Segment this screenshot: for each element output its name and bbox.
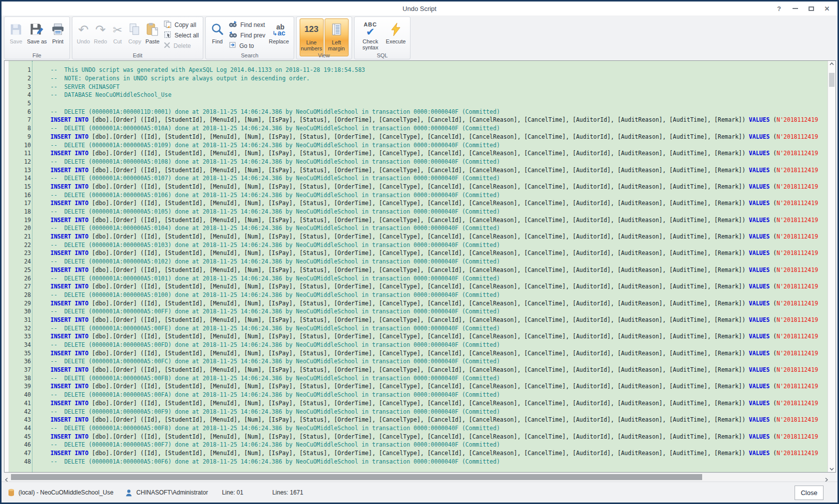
code-line[interactable]: 37INSERT INTO [dbo].[Order] ([Id], [Stud… xyxy=(9,366,828,374)
code-line[interactable]: 48-- DELETE (0000001A:000000A5:00F6) don… xyxy=(9,457,828,466)
code-line[interactable]: 29INSERT INTO [dbo].[Order] ([Id], [Stud… xyxy=(9,299,828,307)
go-to-button[interactable]: Go to xyxy=(227,41,267,50)
code-line[interactable]: 32-- DELETE (0000001A:000000A5:00FE) don… xyxy=(9,324,828,332)
code-line[interactable]: 18-- DELETE (0000001A:000000A5:0105) don… xyxy=(9,208,828,216)
find-button[interactable]: Find xyxy=(208,18,226,52)
code-line[interactable]: 36-- DELETE (0000001A:000000A5:00FC) don… xyxy=(9,357,828,366)
find-next-button[interactable]: Find next xyxy=(227,20,267,29)
code-line[interactable]: 38-- DELETE (0000001A:000000A5:00FB) don… xyxy=(9,374,828,382)
undo-button[interactable]: ↶ Undo xyxy=(75,18,92,52)
copy-button[interactable]: Copy xyxy=(126,18,143,52)
code-line[interactable]: 13INSERT INTO [dbo].[Order] ([Id], [Stud… xyxy=(9,166,828,174)
replace-button[interactable]: ab↳ac Replace xyxy=(267,18,291,52)
code-line[interactable]: 28-- DELETE (0000001A:000000A5:0100) don… xyxy=(9,291,828,299)
cut-button[interactable]: ✂ Cut xyxy=(109,18,126,52)
left-margin-toggle[interactable]: Left margin xyxy=(325,18,349,56)
line-number: 23 xyxy=(9,250,31,256)
save-button[interactable]: Save xyxy=(7,18,25,52)
code-line[interactable]: 15INSERT INTO [dbo].[Order] ([Id], [Stud… xyxy=(9,183,828,191)
code-line[interactable]: 14-- DELETE (0000001A:000000A5:0107) don… xyxy=(9,174,828,183)
code-line[interactable]: 30-- DELETE (0000001A:000000A5:00FF) don… xyxy=(9,307,828,316)
code-line[interactable]: 42-- DELETE (0000001A:000000A5:00F9) don… xyxy=(9,407,828,416)
code-line[interactable]: 39INSERT INTO [dbo].[Order] ([Id], [Stud… xyxy=(9,382,828,391)
horizontal-scrollbar[interactable] xyxy=(4,474,830,481)
paste-button[interactable]: Paste xyxy=(143,18,161,52)
code-line[interactable]: 7INSERT INTO [dbo].[Order] ([Id], [Stude… xyxy=(9,116,828,124)
code-line[interactable]: 27INSERT INTO [dbo].[Order] ([Id], [Stud… xyxy=(9,282,828,291)
find-next-label: Find next xyxy=(240,21,265,28)
code-text: -- DATABASE NeoCuOMiddleSchool_Use xyxy=(50,91,171,98)
code-line[interactable]: 23INSERT INTO [dbo].[Order] ([Id], [Stud… xyxy=(9,249,828,257)
vertical-scrollbar-thumb[interactable] xyxy=(829,73,835,87)
replace-label: Replace xyxy=(269,38,289,44)
vertical-scrollbar[interactable] xyxy=(828,61,836,472)
code-line[interactable]: 33INSERT INTO [dbo].[Order] ([Id], [Stud… xyxy=(9,332,828,341)
line-number: 33 xyxy=(9,333,31,340)
code-line[interactable]: 26-- DELETE (0000001A:000000A5:0101) don… xyxy=(9,274,828,282)
code-text: -- DELETE (0000001A:000000A5:00F6) done … xyxy=(50,458,500,465)
line-number: 7 xyxy=(9,116,31,123)
code-line[interactable]: 31INSERT INTO [dbo].[Order] ([Id], [Stud… xyxy=(9,316,828,324)
close-button[interactable]: Close xyxy=(795,486,824,500)
sql-editor[interactable]: 1-- This UNDO script was generated with … xyxy=(4,60,836,473)
code-line[interactable]: 25INSERT INTO [dbo].[Order] ([Id], [Stud… xyxy=(9,266,828,274)
minimize-button[interactable] xyxy=(790,3,801,14)
scroll-up-icon[interactable] xyxy=(828,62,836,65)
code-line[interactable]: 47INSERT INTO [dbo].[Order] ([Id], [Stud… xyxy=(9,449,828,458)
save-as-button[interactable]: Save as xyxy=(25,18,49,52)
code-line[interactable]: 43INSERT INTO [dbo].[Order] ([Id], [Stud… xyxy=(9,416,828,424)
code-line[interactable]: 5 xyxy=(9,99,828,108)
horizontal-scrollbar-thumb[interactable] xyxy=(11,474,702,480)
group-label-search: Search xyxy=(206,52,293,58)
code-line[interactable]: 35INSERT INTO [dbo].[Order] ([Id], [Stud… xyxy=(9,349,828,357)
code-line[interactable]: 1-- This UNDO script was generated with … xyxy=(9,66,828,74)
line-numbers-toggle[interactable]: 123 Line numbers xyxy=(300,18,324,56)
close-window-button[interactable]: ✕ xyxy=(822,3,833,14)
code-line[interactable]: 16-- DELETE (0000001A:000000A5:0106) don… xyxy=(9,191,828,199)
delete-button[interactable]: Delete xyxy=(162,41,200,50)
code-line[interactable]: 41INSERT INTO [dbo].[Order] ([Id], [Stud… xyxy=(9,399,828,408)
line-number: 25 xyxy=(9,266,31,273)
code-text: INSERT INTO [dbo].[Order] ([Id], [Studen… xyxy=(50,400,818,407)
ribbon-group-sql: ABC✔ Check syntax Execute SQL xyxy=(354,16,411,59)
code-line[interactable]: 24-- DELETE (0000001A:000000A5:0102) don… xyxy=(9,257,828,266)
code-line[interactable]: 12-- DELETE (0000001A:000000A5:0108) don… xyxy=(9,158,828,166)
code-text: INSERT INTO [dbo].[Order] ([Id], [Studen… xyxy=(50,167,818,174)
print-button[interactable]: Print xyxy=(49,18,67,52)
code-line[interactable]: 46-- DELETE (0000001A:000000A5:00F7) don… xyxy=(9,441,828,449)
code-line[interactable]: 21INSERT INTO [dbo].[Order] ([Id], [Stud… xyxy=(9,233,828,241)
code-line[interactable]: 3-- SERVER CHINASOFT xyxy=(9,82,828,91)
code-text: INSERT INTO [dbo].[Order] ([Id], [Studen… xyxy=(50,383,818,390)
maximize-button[interactable] xyxy=(806,3,817,14)
code-line[interactable]: 20-- DELETE (0000001A:000000A5:0104) don… xyxy=(9,224,828,233)
code-text: -- DELETE (0000001A:000000A5:0100) done … xyxy=(50,291,500,298)
scroll-down-icon[interactable] xyxy=(828,468,836,471)
code-line[interactable]: 44-- DELETE (0000001A:000000A5:00F8) don… xyxy=(9,424,828,433)
line-number: 14 xyxy=(9,175,31,182)
code-line[interactable]: 45INSERT INTO [dbo].[Order] ([Id], [Stud… xyxy=(9,432,828,441)
code-line[interactable]: 2-- NOTE: Operations in UNDO scripts are… xyxy=(9,74,828,83)
code-line[interactable]: 11INSERT INTO [dbo].[Order] ([Id], [Stud… xyxy=(9,149,828,158)
code-line[interactable]: 4-- DATABASE NeoCuOMiddleSchool_Use xyxy=(9,91,828,99)
copy-all-button[interactable]: Copy all xyxy=(162,20,200,29)
total-lines-label: Lines: 1671 xyxy=(272,489,303,496)
code-line[interactable]: 40-- DELETE (0000001A:000000A5:00FA) don… xyxy=(9,391,828,399)
check-syntax-button[interactable]: ABC✔ Check syntax xyxy=(357,18,384,52)
select-all-button[interactable]: Select all xyxy=(162,31,200,39)
save-label: Save xyxy=(9,38,22,44)
find-prev-button[interactable]: Find prev xyxy=(227,31,267,39)
line-number: 36 xyxy=(9,358,31,365)
redo-button[interactable]: ↷ Redo xyxy=(92,18,109,52)
code-line[interactable]: 10-- DELETE (0000001A:000000A5:0109) don… xyxy=(9,141,828,149)
code-line[interactable]: 34-- DELETE (0000001A:000000A5:00FD) don… xyxy=(9,341,828,349)
help-button[interactable]: ? xyxy=(774,3,785,14)
code-line[interactable]: 6-- DELETE (0000001A:0000011D:0001) done… xyxy=(9,107,828,116)
code-line[interactable]: 19INSERT INTO [dbo].[Order] ([Id], [Stud… xyxy=(9,216,828,224)
code-line[interactable]: 17INSERT INTO [dbo].[Order] ([Id], [Stud… xyxy=(9,199,828,208)
code-line[interactable]: 9INSERT INTO [dbo].[Order] ([Id], [Stude… xyxy=(9,133,828,141)
code-line[interactable]: 8-- DELETE (0000001A:000000A5:010A) done… xyxy=(9,124,828,133)
code-line[interactable]: 22-- DELETE (0000001A:000000A5:0103) don… xyxy=(9,241,828,249)
code-text: -- DELETE (0000001A:000000A5:0101) done … xyxy=(50,275,500,282)
code-area[interactable]: 1-- This UNDO script was generated with … xyxy=(9,61,828,472)
execute-button[interactable]: Execute xyxy=(384,18,408,52)
